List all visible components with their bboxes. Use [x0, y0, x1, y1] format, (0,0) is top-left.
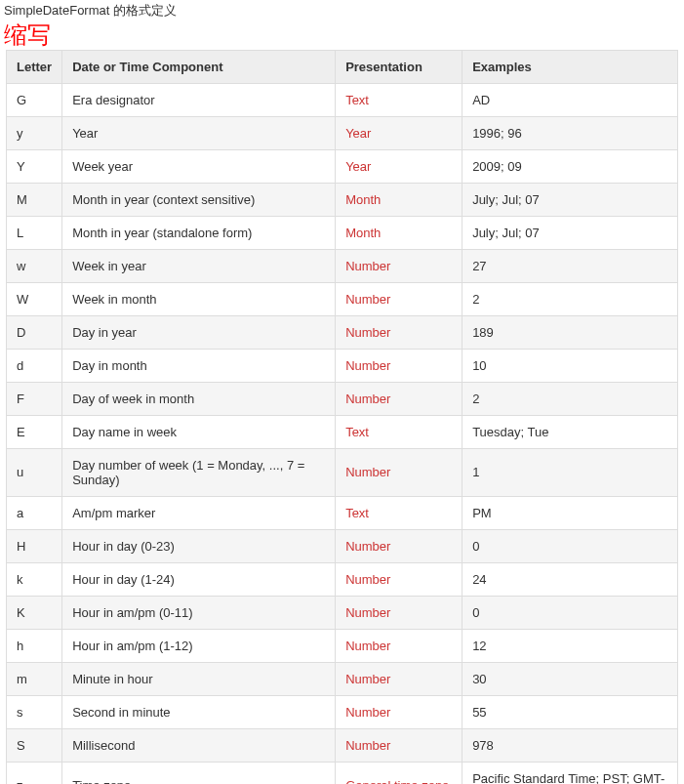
table-row: LMonth in year (standalone form)MonthJul… — [7, 216, 678, 249]
cell-letter: a — [7, 496, 62, 529]
cell-letter: W — [7, 282, 62, 315]
cell-letter: s — [7, 695, 62, 728]
cell-component: Day in year — [62, 315, 336, 349]
cell-presentation[interactable]: Text — [336, 496, 463, 529]
cell-component: Week year — [62, 149, 336, 183]
cell-presentation[interactable]: Year — [336, 116, 463, 149]
cell-component: Era designator — [62, 83, 336, 116]
cell-examples: 2 — [463, 282, 678, 315]
cell-letter: d — [7, 349, 62, 382]
cell-examples: 0 — [463, 529, 678, 562]
table-row: hHour in am/pm (1-12)Number12 — [7, 629, 678, 662]
table-row: wWeek in yearNumber27 — [7, 249, 678, 282]
table-row: DDay in yearNumber189 — [7, 315, 678, 349]
cell-examples: 30 — [463, 662, 678, 695]
th-examples: Examples — [463, 50, 678, 83]
table-row: SMillisecondNumber978 — [7, 728, 678, 762]
cell-component: Hour in day (1-24) — [62, 562, 336, 596]
th-letter: Letter — [7, 50, 62, 83]
cell-examples: 27 — [463, 249, 678, 282]
th-component: Date or Time Component — [62, 50, 336, 83]
cell-letter: u — [7, 448, 62, 496]
cell-component: Hour in am/pm (0-11) — [62, 596, 336, 629]
cell-letter: H — [7, 529, 62, 562]
cell-examples: July; Jul; 07 — [463, 216, 678, 249]
cell-presentation[interactable]: Number — [336, 662, 463, 695]
cell-examples: 12 — [463, 629, 678, 662]
table-row: uDay number of week (1 = Monday, ..., 7 … — [7, 448, 678, 496]
cell-component: Month in year (context sensitive) — [62, 183, 336, 216]
cell-letter: M — [7, 183, 62, 216]
cell-letter: z — [7, 762, 62, 784]
table-row: KHour in am/pm (0-11)Number0 — [7, 596, 678, 629]
cell-presentation[interactable]: Number — [336, 728, 463, 762]
cell-presentation[interactable]: General time zone — [336, 762, 463, 784]
cell-examples: 0 — [463, 596, 678, 629]
cell-letter: h — [7, 629, 62, 662]
cell-letter: Y — [7, 149, 62, 183]
cell-letter: w — [7, 249, 62, 282]
cell-examples: PM — [463, 496, 678, 529]
cell-component: Year — [62, 116, 336, 149]
cell-letter: S — [7, 728, 62, 762]
cell-letter: E — [7, 415, 62, 448]
cell-presentation[interactable]: Number — [336, 448, 463, 496]
table-row: WWeek in monthNumber2 — [7, 282, 678, 315]
table-row: HHour in day (0-23)Number0 — [7, 529, 678, 562]
table-row: mMinute in hourNumber30 — [7, 662, 678, 695]
cell-examples: 2009; 09 — [463, 149, 678, 183]
cell-examples: 55 — [463, 695, 678, 728]
cell-component: Day in month — [62, 349, 336, 382]
cell-presentation[interactable]: Number — [336, 562, 463, 596]
cell-presentation[interactable]: Number — [336, 249, 463, 282]
table-row: YWeek yearYear2009; 09 — [7, 149, 678, 183]
table-row: yYearYear1996; 96 — [7, 116, 678, 149]
cell-letter: m — [7, 662, 62, 695]
format-table: Letter Date or Time Component Presentati… — [6, 50, 678, 784]
cell-examples: 1 — [463, 448, 678, 496]
cell-letter: F — [7, 382, 62, 415]
cell-component: Week in year — [62, 249, 336, 282]
cell-presentation[interactable]: Number — [336, 282, 463, 315]
cell-presentation[interactable]: Number — [336, 629, 463, 662]
cell-component: Month in year (standalone form) — [62, 216, 336, 249]
table-header-row: Letter Date or Time Component Presentati… — [7, 50, 678, 83]
cell-presentation[interactable]: Month — [336, 183, 463, 216]
table-row: kHour in day (1-24)Number24 — [7, 562, 678, 596]
th-presentation: Presentation — [336, 50, 463, 83]
cell-presentation[interactable]: Number — [336, 529, 463, 562]
cell-presentation[interactable]: Text — [336, 415, 463, 448]
cell-examples: AD — [463, 83, 678, 116]
cell-presentation[interactable]: Number — [336, 596, 463, 629]
cell-presentation[interactable]: Number — [336, 315, 463, 349]
table-row: dDay in monthNumber10 — [7, 349, 678, 382]
cell-presentation[interactable]: Number — [336, 382, 463, 415]
cell-component: Day number of week (1 = Monday, ..., 7 =… — [62, 448, 336, 496]
cell-letter: G — [7, 83, 62, 116]
cell-component: Millisecond — [62, 728, 336, 762]
cell-letter: k — [7, 562, 62, 596]
table-row: GEra designatorTextAD — [7, 83, 678, 116]
page-title: SimpleDateFormat 的格式定义 — [0, 0, 684, 21]
table-row: FDay of week in monthNumber2 — [7, 382, 678, 415]
cell-examples: 10 — [463, 349, 678, 382]
cell-letter: D — [7, 315, 62, 349]
cell-examples: Pacific Standard Time; PST; GMT-08:00 — [463, 762, 678, 784]
cell-examples: Tuesday; Tue — [463, 415, 678, 448]
cell-component: Hour in am/pm (1-12) — [62, 629, 336, 662]
cell-component: Week in month — [62, 282, 336, 315]
cell-presentation[interactable]: Number — [336, 695, 463, 728]
table-row: EDay name in weekTextTuesday; Tue — [7, 415, 678, 448]
cell-component: Day name in week — [62, 415, 336, 448]
cell-presentation[interactable]: Month — [336, 216, 463, 249]
cell-letter: K — [7, 596, 62, 629]
cell-presentation[interactable]: Year — [336, 149, 463, 183]
cell-presentation[interactable]: Number — [336, 349, 463, 382]
cell-letter: y — [7, 116, 62, 149]
cell-component: Am/pm marker — [62, 496, 336, 529]
table-row: aAm/pm markerTextPM — [7, 496, 678, 529]
cell-presentation[interactable]: Text — [336, 83, 463, 116]
cell-component: Minute in hour — [62, 662, 336, 695]
cell-letter: L — [7, 216, 62, 249]
table-row: zTime zoneGeneral time zonePacific Stand… — [7, 762, 678, 784]
